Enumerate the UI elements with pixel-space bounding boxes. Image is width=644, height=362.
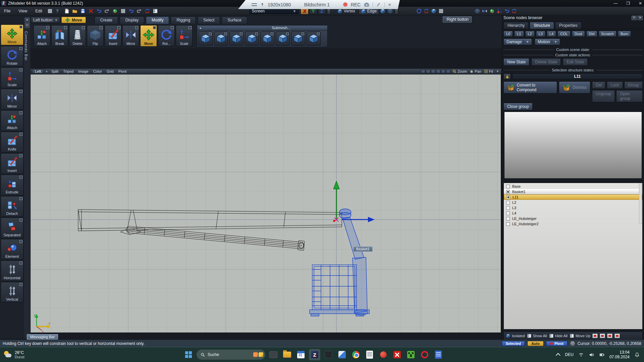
scene-node-row[interactable]: LE_Hubsteiger [504, 216, 642, 221]
viewport-canvas[interactable]: y x z Basket1 [30, 74, 501, 333]
scene-node-row[interactable]: L11 [504, 194, 642, 200]
panel-tab[interactable]: Hierarchy [503, 22, 529, 29]
panel-button[interactable]: Delete State [531, 58, 561, 66]
minimize-button[interactable]: — [613, 1, 618, 6]
media-app[interactable] [336, 349, 348, 360]
panel-button[interactable]: Del [592, 81, 605, 89]
display-opt-3-icon[interactable] [488, 8, 496, 14]
submesh-detach-part[interactable] [229, 32, 244, 46]
rotation-indicator-icon[interactable] [570, 341, 575, 346]
auto-mode-button[interactable]: Auto [527, 341, 544, 346]
viewport-menu-chevron-icon[interactable]: ▼ [495, 70, 500, 73]
search-box[interactable]: Suche [197, 350, 265, 360]
lod-state-chip[interactable]: L2 [525, 31, 535, 37]
file-explorer[interactable] [281, 349, 293, 360]
node-checkbox[interactable] [506, 190, 510, 194]
viewport-nav-item[interactable]: Pan [470, 69, 481, 73]
toolbar-tab[interactable]: Surface [222, 16, 247, 24]
submesh-uv-edit[interactable] [291, 32, 305, 46]
commands-bar-tool[interactable]: Element [1, 239, 23, 260]
panel-button[interactable]: Lock [607, 81, 623, 89]
lod-state-chip[interactable]: L4 [547, 31, 556, 37]
recorder-close-icon[interactable]: × [388, 2, 391, 7]
commands-bar-tool[interactable]: Scale [1, 67, 23, 88]
convert-to-compound-button[interactable]: Convert to Compound [503, 81, 557, 94]
import-arrow-icon[interactable] [103, 8, 111, 14]
vp-icon-6[interactable] [446, 70, 450, 73]
modify-tool-button[interactable]: Attach [34, 25, 50, 47]
pin-icon[interactable] [260, 3, 264, 7]
recorder-app[interactable] [378, 349, 389, 360]
toolbar-tab[interactable]: Rigging [171, 16, 196, 24]
commands-bar-close-icon[interactable]: ✕ [25, 18, 30, 22]
view-selector[interactable]: Left [32, 69, 44, 74]
weather-widget[interactable]: 26°C Dunst [0, 350, 80, 359]
commands-bar-tool[interactable]: Attach [1, 110, 23, 131]
keyboard-language[interactable]: DEU [565, 352, 574, 357]
node-checkbox[interactable] [506, 201, 510, 204]
app-dark[interactable] [323, 349, 334, 360]
node-list-scrollbar[interactable] [639, 184, 642, 224]
add-layer-icon[interactable] [607, 334, 612, 338]
lod-state-chip[interactable]: Scratch [599, 31, 616, 37]
lod-state-chip[interactable]: Dirt [586, 31, 597, 37]
scene-node-row[interactable]: LE_Hubsteiger2 [504, 221, 642, 227]
menu-edit[interactable]: Edit [31, 9, 46, 13]
view-back-icon[interactable]: ◂ [45, 70, 48, 73]
commands-bar-tool[interactable]: Rotate [1, 46, 23, 67]
snap-red-icon[interactable] [423, 8, 430, 14]
app-game-dark[interactable] [268, 349, 279, 360]
bell-icon[interactable] [634, 352, 640, 357]
submesh-slice[interactable] [307, 32, 321, 46]
panel-tab[interactable]: Properties [555, 22, 582, 29]
scene-node-row[interactable]: L2 [504, 200, 642, 205]
scene-node-row[interactable]: L4 [504, 210, 642, 216]
viewport-menu-item[interactable]: Pivot [116, 69, 129, 73]
node-checkbox[interactable] [506, 217, 510, 221]
node-toolbar-button[interactable]: Isolated [506, 334, 525, 338]
camera-icon[interactable] [364, 2, 369, 7]
scene-node-row[interactable]: L3 [504, 205, 642, 210]
commands-bar-tool[interactable]: Mirror [1, 89, 23, 110]
panel-icon[interactable] [152, 8, 159, 14]
window-layout-icon[interactable] [46, 8, 54, 14]
wifi-icon[interactable] [578, 352, 584, 357]
maximize-button[interactable]: ❒ [626, 1, 630, 6]
tray-chevron-up-icon[interactable] [555, 353, 560, 358]
commands-bar-tool[interactable]: Separated [1, 218, 23, 238]
lock-icon[interactable] [503, 73, 511, 79]
toolbar-tab[interactable]: Display [120, 16, 144, 24]
start-button[interactable] [183, 349, 194, 360]
node-toolbar-button[interactable]: Hide All [549, 334, 568, 338]
app-red-x[interactable] [391, 349, 403, 360]
panel-button[interactable]: Open group [616, 90, 643, 102]
modify-tool-button[interactable]: Rot... [158, 25, 175, 47]
vp-icon-5[interactable] [441, 70, 445, 73]
texture-grid-icon[interactable] [119, 8, 127, 14]
viewport-menu-item[interactable]: Image [76, 69, 91, 73]
display-opt-2-icon[interactable] [481, 8, 488, 14]
vp-icon-3[interactable] [431, 70, 435, 73]
node-toolbar-button[interactable]: Move Up [570, 334, 590, 338]
left-button-current-tool[interactable]: Move [61, 17, 86, 23]
panel-button[interactable]: Group [624, 81, 643, 89]
calendar-app[interactable] [295, 349, 307, 360]
viewport-menu-item[interactable]: Grid [104, 69, 116, 73]
open-folder-icon[interactable] [71, 8, 78, 14]
opera[interactable] [419, 349, 430, 360]
node-checkbox[interactable] [506, 222, 510, 226]
modify-tool-button[interactable]: Move [140, 25, 157, 47]
display-opt-5-icon[interactable] [503, 8, 511, 14]
commands-bar-tool[interactable]: Extrude [1, 175, 23, 195]
undo-icon[interactable] [127, 8, 135, 14]
chrome[interactable] [350, 349, 362, 360]
submesh-smooth-shell[interactable] [199, 32, 213, 46]
snap-grid-icon[interactable] [437, 8, 445, 14]
vp-icon-4[interactable] [436, 70, 440, 73]
menu-view[interactable]: View [14, 9, 31, 13]
node-checkbox[interactable] [506, 212, 510, 215]
commands-bar-tool[interactable]: Detach [1, 196, 23, 217]
toolbar-tab[interactable]: Create [95, 16, 118, 24]
node-toolbar-button[interactable]: Show All [527, 334, 547, 338]
modify-tool-button[interactable]: Flip [87, 25, 104, 47]
